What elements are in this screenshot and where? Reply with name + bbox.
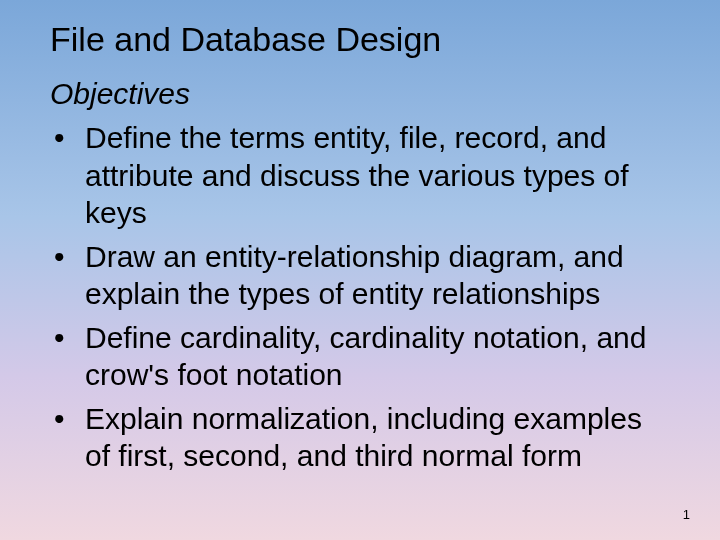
- list-item: Explain normalization, including example…: [50, 400, 670, 475]
- list-item: Draw an entity-relationship diagram, and…: [50, 238, 670, 313]
- list-item: Define the terms entity, file, record, a…: [50, 119, 670, 232]
- slide-title: File and Database Design: [50, 20, 670, 59]
- page-number: 1: [683, 507, 690, 522]
- list-item: Define cardinality, cardinality notation…: [50, 319, 670, 394]
- slide-subtitle: Objectives: [50, 77, 670, 111]
- objectives-list: Define the terms entity, file, record, a…: [50, 119, 670, 475]
